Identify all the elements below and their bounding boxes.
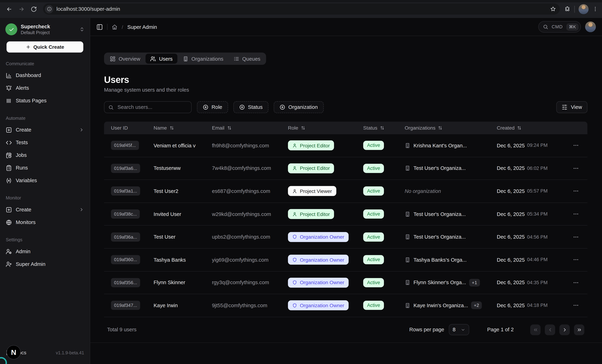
chevrons-right-icon [577,327,582,333]
organization-extra-badge: +2 [471,302,482,309]
sidebar-item-admin[interactable]: Admin [0,245,90,258]
page-button-chevrons-left[interactable] [530,324,541,335]
status-badge: Active [363,187,384,196]
sidebar-sections: Communicate Dashboard Alerts Status Page… [0,52,90,270]
url-text[interactable]: localhost:3000/super-admin [56,6,547,12]
created-time: 06:02 PM [527,166,548,171]
command-kbd: ⌘K [566,23,579,31]
column-header-role[interactable]: Role [288,125,363,131]
chevron-left-icon [547,327,553,333]
sidebar-item-variables[interactable]: Variables [0,174,90,187]
column-header-status[interactable]: Status [363,125,405,131]
command-search-button[interactable]: CMD ⌘K [538,21,581,32]
user-id-chip: 019af38c... [111,209,140,218]
view-button[interactable]: View [556,101,587,113]
sidebar-item-status-pages[interactable]: Status Pages [0,94,90,107]
tab-organizations[interactable]: Organizations [178,54,228,64]
row-actions-icon[interactable] [570,209,581,219]
sidebar-item-jobs[interactable]: Jobs [0,149,90,161]
user-name: Kaye Irwin [153,303,212,308]
page-button-chevron-left[interactable] [545,324,555,335]
tab-queues[interactable]: Queues [229,54,265,64]
sidebar: Supercheck Default Project Quick Create … [0,18,90,364]
user-email: yig69@comfythings.com [212,257,288,263]
browser-menu-icon[interactable] [592,6,598,12]
rows-per-page-value: 8 [452,327,455,333]
row-actions-icon[interactable] [570,277,581,288]
building-icon [183,56,188,62]
quick-create-button[interactable]: Quick Create [7,42,83,52]
column-header-created[interactable]: Created [497,125,565,131]
sidebar-item-create[interactable]: Create [0,203,90,216]
sidebar-item-label: Monitors [16,219,36,225]
sidebar-item-super-admin[interactable]: Super Admin [0,258,90,270]
filter-button-role[interactable]: Role [197,101,228,113]
row-actions-icon[interactable] [570,254,581,265]
filter-button-organization[interactable]: Organization [274,101,323,113]
search-users-input[interactable] [117,104,187,110]
tab-users[interactable]: Users [146,54,177,64]
user-name: Testuserww [153,166,212,171]
column-header-name[interactable]: Name [153,125,212,131]
search-users-box[interactable] [104,101,192,113]
column-header-user-id[interactable]: User ID [104,125,153,131]
section-label: Settings [0,237,90,242]
row-actions-icon[interactable] [570,232,581,242]
sidebar-item-alerts[interactable]: Alerts [0,82,90,94]
table-row[interactable]: 019af356... Flynn Skinner rgy3q@comfythi… [104,271,587,294]
page-button-chevrons-right[interactable] [574,324,584,335]
sidebar-item-runs[interactable]: Runs [0,161,90,174]
table-row[interactable]: 019af3a1... Test User2 es687@comfythings… [104,180,587,203]
site-info-icon[interactable] [45,5,53,13]
shield-icon [292,234,297,239]
home-icon[interactable] [112,24,118,30]
user-email: 7w4k8@comfythings.com [212,166,288,171]
sidebar-item-monitors[interactable]: Monitors [0,216,90,229]
users-table: User ID Name Email Role Status Organizat… [104,122,587,317]
column-header-email[interactable]: Email [212,125,288,131]
browser-back-icon[interactable] [4,4,15,14]
filter-button-label: Organization [288,104,318,110]
header-divider [107,24,108,30]
table-row[interactable]: 019af45f... Veniam et officia v fh9h8@co… [104,134,587,157]
status-badge: Active [363,141,384,150]
table-row[interactable]: 019af360... Tashya Banks yig69@comfythin… [104,249,587,271]
tab-overview[interactable]: Overview [105,54,145,64]
row-actions-icon[interactable] [570,163,581,174]
workspace-updown-icon [79,27,84,32]
rows-per-page-select[interactable]: 8 [449,324,469,335]
sidebar-item-dashboard[interactable]: Dashboard [0,69,90,82]
workspace-switcher[interactable]: Supercheck Default Project [0,18,90,39]
nextjs-dev-badge[interactable]: N [7,345,21,359]
breadcrumb-separator: / [122,24,123,30]
extensions-icon[interactable] [564,6,570,12]
address-bar[interactable]: localhost:3000/super-admin [43,3,560,15]
list-icon [233,56,239,62]
sidebar-item-tests[interactable]: Tests [0,136,90,149]
sidebar-section: Settings Admin Super Admin [0,237,90,270]
status-badge: Active [363,301,384,310]
view-label: View [571,104,582,110]
table-row[interactable]: 019af3a6... Testuserww 7w4k8@comfythings… [104,157,587,180]
plus-icon [26,44,31,49]
bookmark-star-icon[interactable] [550,6,556,12]
filter-button-label: Status [248,104,262,110]
filter-button-status[interactable]: Status [233,101,269,113]
row-actions-icon[interactable] [570,186,581,197]
user-avatar[interactable] [585,21,596,32]
table-row[interactable]: 019af347... Kaye Irwin 9jt55@comfythings… [104,294,587,317]
row-actions-icon[interactable] [570,140,581,151]
page-button-chevron-right[interactable] [559,324,570,335]
browser-refresh-icon[interactable] [28,4,39,14]
sidebar-item-create[interactable]: Create [0,124,90,136]
browser-forward-icon[interactable] [16,4,27,14]
circle-plus-icon [203,104,209,110]
table-row[interactable]: 019af38c... Invited User w29kd@comfythin… [104,203,587,226]
row-actions-icon[interactable] [570,300,581,311]
sidebar-toggle-icon[interactable] [96,24,103,30]
sidebar-section: Monitor Create Monitors [0,195,90,229]
user-name: Test User [153,234,212,240]
table-row[interactable]: 019af36a... Test User upbs2@comfythings.… [104,226,587,249]
column-header-organizations[interactable]: Organizations [405,125,497,131]
browser-profile-avatar[interactable] [579,4,589,14]
